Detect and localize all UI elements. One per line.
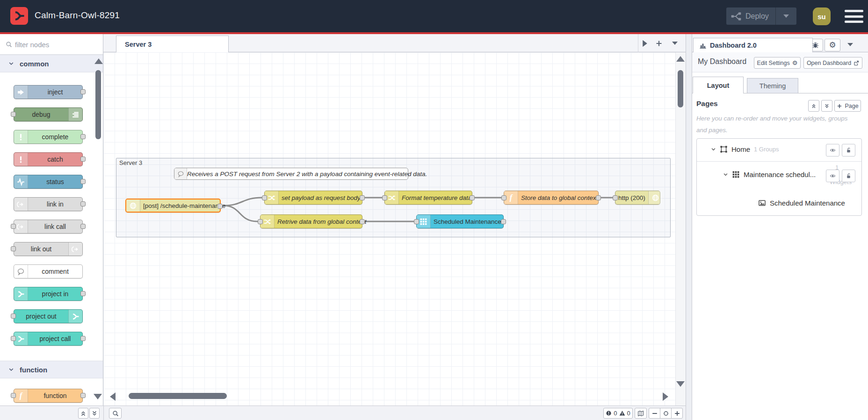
- palette-node-inject[interactable]: inject: [14, 85, 83, 99]
- output-port[interactable]: [470, 195, 475, 200]
- sidebar-menu-caret-icon[interactable]: [847, 43, 853, 46]
- chevron-down-icon[interactable]: [723, 172, 728, 177]
- zoom-out-button[interactable]: [649, 408, 660, 419]
- deploy-dropdown-caret-icon[interactable]: [783, 14, 789, 18]
- palette-node-project-out[interactable]: project out: [14, 309, 83, 323]
- input-port[interactable]: [414, 219, 419, 224]
- flow-tab-server-3[interactable]: Server 3: [116, 36, 229, 52]
- palette-node-debug[interactable]: debug: [14, 107, 83, 121]
- lock-button[interactable]: [842, 144, 855, 157]
- palette-node-link-call[interactable]: link call: [14, 220, 83, 234]
- node-port[interactable]: [11, 313, 16, 319]
- canvas-horizontal-scrollbar-thumb[interactable]: [129, 393, 227, 399]
- flow-node-comment[interactable]: Receives a POST request from Server 2 wi…: [174, 168, 408, 180]
- flow-canvas[interactable]: Server 3 Receives a POST request from Se…: [103, 52, 686, 406]
- main-menu-button[interactable]: [845, 10, 863, 23]
- node-port[interactable]: [80, 157, 86, 162]
- node-port[interactable]: [80, 336, 86, 341]
- add-page-button[interactable]: Page: [834, 100, 861, 112]
- palette-scroll-down-arrow[interactable]: [94, 394, 102, 399]
- palette-node-link-out[interactable]: link out: [14, 242, 83, 256]
- flow-node-http-response[interactable]: http (200): [615, 191, 660, 205]
- palette-node-complete[interactable]: complete: [14, 130, 83, 144]
- pages-help-text: Here you can re-order and move your widg…: [696, 113, 858, 136]
- add-flow-icon[interactable]: [655, 40, 663, 47]
- palette: common inject debug complete catch statu…: [0, 34, 103, 406]
- node-port[interactable]: [11, 224, 16, 229]
- tree-row-widget[interactable]: Scheduled Maintenance: [697, 192, 861, 216]
- palette-node-catch[interactable]: catch: [14, 152, 83, 166]
- palette-scrollbar-thumb[interactable]: [95, 70, 101, 139]
- sidebar-tab-dashboard[interactable]: Dashboard 2.0: [693, 38, 813, 52]
- tree-row-group[interactable]: 1 Widgets Maintenance schedul...: [697, 162, 861, 192]
- user-avatar[interactable]: su: [813, 7, 831, 25]
- output-port[interactable]: [596, 195, 601, 200]
- input-port[interactable]: [258, 219, 263, 224]
- palette-node-status[interactable]: status: [14, 175, 83, 189]
- lock-button[interactable]: [842, 170, 855, 182]
- palette-node-function[interactable]: ffunction: [14, 389, 83, 403]
- node-port[interactable]: [11, 112, 16, 117]
- canvas-vertical-scrollbar-thumb[interactable]: [678, 70, 683, 107]
- flow-status-counters[interactable]: 0 0: [603, 408, 633, 419]
- flow-node-ui-table[interactable]: Scheduled Maintenance: [416, 214, 504, 228]
- palette-node-project-in[interactable]: project in: [14, 287, 83, 301]
- palette-category-common[interactable]: common: [0, 55, 103, 72]
- palette-category-function[interactable]: function: [0, 361, 103, 378]
- zoom-reset-button[interactable]: [660, 408, 672, 419]
- zoom-in-button[interactable]: [671, 408, 683, 419]
- palette-expand-all-button[interactable]: [89, 408, 100, 419]
- canvas-search-button[interactable]: [109, 408, 122, 419]
- node-port[interactable]: [80, 179, 86, 184]
- open-dashboard-button[interactable]: Open Dashboard: [803, 57, 862, 69]
- node-port[interactable]: [80, 224, 86, 229]
- tab-layout[interactable]: Layout: [693, 77, 744, 93]
- tree-row-home[interactable]: Home 1 Groups: [697, 139, 861, 162]
- palette-filter[interactable]: [0, 34, 103, 55]
- visibility-button[interactable]: [826, 144, 839, 157]
- node-port[interactable]: [80, 134, 86, 139]
- node-port[interactable]: [11, 336, 16, 341]
- flow-node-function-store-data[interactable]: f Store data to global context: [504, 191, 599, 205]
- flow-node-change-format-temperature[interactable]: Format temperature data.: [384, 191, 472, 205]
- palette-node-link-in[interactable]: link in: [14, 197, 83, 211]
- node-port[interactable]: [80, 291, 86, 296]
- palette-scroll-up-arrow[interactable]: [94, 58, 103, 64]
- palette-collapse-all-button[interactable]: [78, 408, 88, 419]
- input-port[interactable]: [501, 195, 506, 200]
- expand-all-pages-button[interactable]: [821, 100, 832, 112]
- output-port[interactable]: [217, 204, 223, 209]
- output-port[interactable]: [360, 195, 365, 200]
- sidebar-resize-handle[interactable]: [686, 34, 692, 420]
- tab-theming[interactable]: Theming: [747, 78, 798, 93]
- output-port[interactable]: [501, 219, 506, 224]
- node-port[interactable]: [80, 393, 86, 398]
- flow-node-change-retrieve-data[interactable]: Retrive data from global context: [260, 214, 362, 228]
- next-tab-icon[interactable]: [643, 40, 647, 46]
- input-port[interactable]: [613, 195, 618, 200]
- output-port[interactable]: [360, 219, 365, 224]
- navigator-button[interactable]: [635, 408, 647, 419]
- node-port[interactable]: [11, 393, 16, 398]
- node-port[interactable]: [80, 89, 86, 94]
- visibility-button[interactable]: [826, 170, 839, 182]
- config-tab-button[interactable]: ⚙: [825, 39, 840, 51]
- flow-node-http-in[interactable]: [post] /schedule-maintenance: [125, 199, 221, 213]
- collapse-all-pages-button[interactable]: [808, 100, 819, 112]
- palette-node-project-call[interactable]: project call: [14, 332, 83, 346]
- palette-node-comment[interactable]: comment: [14, 264, 83, 278]
- canvas-scroll-up-arrow[interactable]: [676, 56, 685, 62]
- node-port[interactable]: [11, 246, 16, 251]
- input-port[interactable]: [382, 195, 387, 200]
- canvas-scroll-left-arrow[interactable]: [110, 392, 116, 401]
- input-port[interactable]: [262, 195, 267, 200]
- edit-settings-button[interactable]: Edit Settings⚙: [754, 57, 801, 69]
- flow-node-change-set-payload[interactable]: set payload as request body: [264, 191, 362, 205]
- palette-filter-input[interactable]: [15, 39, 94, 50]
- flow-list-caret-icon[interactable]: [672, 42, 678, 45]
- chevron-down-icon[interactable]: [711, 147, 716, 152]
- deploy-button[interactable]: Deploy: [726, 7, 796, 25]
- canvas-scroll-right-arrow[interactable]: [663, 392, 668, 401]
- canvas-scroll-down-arrow[interactable]: [676, 381, 685, 387]
- node-port[interactable]: [80, 201, 86, 206]
